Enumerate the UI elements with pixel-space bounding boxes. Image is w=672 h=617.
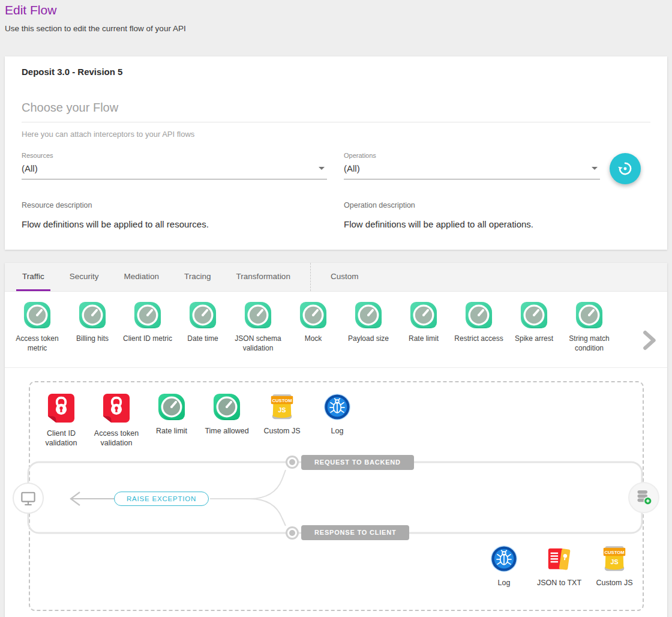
page-subtitle: Use this section to edit the current flo… (5, 24, 666, 33)
descriptions-row: Resource description Flow definitions wi… (22, 201, 650, 229)
custom-js-icon (268, 393, 296, 421)
palette-item[interactable]: Mock (286, 301, 341, 344)
database-add-icon (633, 487, 655, 508)
history-icon (617, 161, 633, 176)
gauge-icon (244, 301, 272, 329)
operation-description-text: Flow definitions will be applied to all … (344, 219, 600, 229)
section-hint: Here you can attach interceptors to your… (22, 130, 650, 139)
flow-interceptor[interactable]: Log (310, 393, 365, 448)
chevron-down-icon (592, 167, 598, 170)
refresh-flow-button[interactable] (610, 153, 641, 184)
request-flow-marker[interactable] (286, 456, 299, 469)
palette-item[interactable]: Access token metric (10, 301, 65, 353)
client-endpoint (13, 483, 44, 514)
bug-icon (490, 545, 518, 573)
gauge-icon (575, 301, 603, 329)
request-flow-interceptors: Client ID validation Access token valida… (34, 393, 365, 448)
palette-item[interactable]: Client ID metric (120, 301, 175, 344)
operations-select[interactable]: (All) (344, 163, 600, 179)
resource-description-label: Resource description (22, 201, 327, 209)
resource-description-block: Resource description Flow definitions wi… (22, 201, 327, 229)
tab-custom[interactable]: Custom (325, 263, 365, 291)
palette-item[interactable]: JSON schema validation (230, 301, 286, 353)
resources-label: Resources (22, 152, 327, 159)
flow-interceptor[interactable]: Time allowed (199, 393, 254, 448)
backend-endpoint-add[interactable] (628, 482, 659, 513)
tab-traffic[interactable]: Traffic (16, 263, 50, 291)
gauge-icon (23, 301, 51, 329)
gauge-icon (410, 301, 437, 329)
tab-transformation[interactable]: Transformation (230, 263, 296, 291)
palette-item[interactable]: Date time (175, 301, 230, 344)
flow-interceptor[interactable]: Client ID validation (34, 393, 89, 448)
tab-security[interactable]: Security (64, 263, 105, 291)
operations-value: (All) (344, 163, 592, 173)
resources-value: (All) (22, 163, 319, 173)
flow-interceptor[interactable]: Custom JS (254, 393, 310, 448)
gauge-icon (158, 393, 185, 421)
gauge-icon (465, 301, 493, 329)
json-txt-icon (545, 545, 573, 573)
flow-interceptor[interactable]: Custom JS (587, 545, 642, 588)
section-title: Choose your Flow (22, 101, 650, 122)
gauge-icon (299, 301, 327, 329)
palette-item[interactable]: Rate limit (396, 301, 451, 344)
api-revision-title: Deposit 3.0 - Revision 5 (22, 67, 650, 77)
flow-diagram: Client ID validation Access token valida… (5, 368, 667, 617)
choose-flow-card: Deposit 3.0 - Revision 5 Choose your Flo… (5, 56, 667, 250)
tab-tracing[interactable]: Tracing (178, 263, 217, 291)
interceptors-card: Traffic Security Mediation Tracing Trans… (5, 263, 667, 617)
page-title: Edit Flow (5, 3, 666, 17)
gauge-icon (79, 301, 106, 329)
resources-field: Resources (All) (22, 152, 327, 179)
flow-interceptor[interactable]: Access token validation (89, 393, 144, 448)
gauge-icon (134, 301, 161, 329)
response-flow-marker[interactable] (286, 526, 299, 540)
gauge-icon (189, 301, 217, 329)
chevron-right-icon (638, 330, 659, 351)
tab-mediation[interactable]: Mediation (118, 263, 166, 291)
operations-label: Operations (344, 152, 600, 159)
palette-item[interactable]: Spike arrest (506, 301, 562, 344)
flow-selects-row: Resources (All) Operations (All) (22, 152, 650, 184)
flow-interceptor[interactable]: Log (476, 545, 532, 588)
palette-item[interactable]: Restrict access (451, 301, 506, 344)
flow-interceptor[interactable]: Rate limit (144, 393, 199, 448)
lock-icon (47, 393, 75, 423)
palette-scroll-right-button[interactable] (638, 330, 659, 351)
interceptor-tabs: Traffic Security Mediation Tracing Trans… (5, 263, 667, 292)
resource-description-text: Flow definitions will be applied to all … (22, 219, 327, 229)
operations-field: Operations (All) (344, 152, 600, 179)
flow-interceptor[interactable]: JSON to TXT (532, 545, 587, 588)
gauge-icon (520, 301, 548, 329)
response-to-client-label: RESPONSE TO CLIENT (301, 525, 409, 540)
raise-exception-label[interactable]: RAISE EXCEPTION (114, 492, 209, 506)
bug-icon (323, 393, 351, 421)
refresh-wrap (610, 153, 641, 184)
response-flow-interceptors: Log JSON to TXT Custom JS (476, 545, 642, 588)
monitor-icon (18, 488, 38, 508)
operation-description-label: Operation description (344, 201, 600, 209)
operation-description-block: Operation description Flow definitions w… (344, 201, 600, 229)
interceptor-palette: Access token metric Billing hits Client … (5, 292, 667, 368)
gauge-icon (355, 301, 382, 329)
palette-item[interactable]: Billing hits (65, 301, 120, 344)
lock-icon (103, 393, 130, 423)
palette-item[interactable]: String match condition (562, 301, 617, 353)
page-header: Edit Flow Use this section to edit the c… (0, 0, 672, 33)
tab-divider (310, 263, 311, 291)
palette-item[interactable]: Payload size (341, 301, 396, 344)
resources-select[interactable]: (All) (22, 163, 327, 179)
request-to-backend-label: REQUEST TO BACKEND (301, 455, 414, 470)
custom-js-icon (601, 545, 628, 573)
gauge-icon (213, 393, 241, 421)
chevron-down-icon (319, 167, 325, 170)
